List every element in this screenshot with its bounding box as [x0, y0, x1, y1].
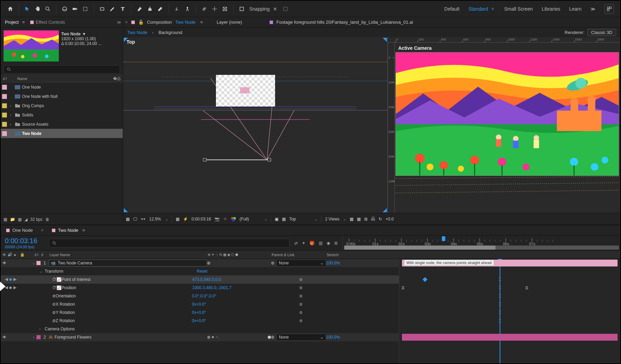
clone-stamp-tool[interactable] [145, 4, 155, 14]
workspace-small-screen[interactable]: Small Screen [504, 6, 533, 12]
orbit-tool[interactable] [60, 4, 69, 14]
transform-group[interactable]: ⌄TransformReset [1, 267, 399, 275]
viewer-active-camera[interactable]: 020040060080010001200140016001800 020040… [388, 37, 620, 213]
camera-tool[interactable] [70, 4, 80, 14]
comp-mini-flowchart-icon[interactable]: ⇄ [294, 241, 298, 246]
viewer-top[interactable]: Top [123, 37, 388, 213]
selection-tool[interactable] [22, 4, 32, 14]
panel-overflow[interactable]: ≫ [117, 20, 121, 25]
breadcrumb-other[interactable]: Background [159, 30, 182, 35]
reset-exposure-icon[interactable]: ↻ [379, 217, 382, 221]
timeline-icon[interactable]: ⊞ [364, 217, 368, 221]
fast-preview-icon-2[interactable]: ▦ [357, 217, 361, 221]
view-layout-dropdown[interactable]: 2 Views ⌄ [325, 217, 346, 221]
brush-tool[interactable] [135, 4, 144, 14]
corner-handle[interactable] [124, 208, 128, 212]
timeline-tab-one-node[interactable]: One Node [4, 226, 35, 234]
renderer-selector[interactable]: Renderer: Classic 3D [565, 29, 616, 36]
panel-collapse-handle[interactable] [0, 282, 6, 291]
shy-icon[interactable]: 🎁 [309, 241, 315, 246]
panel-menu-icon[interactable]: ≡ [22, 20, 25, 25]
fast-preview-icon[interactable]: ⚡ [183, 217, 188, 221]
hand-tool[interactable] [33, 4, 42, 14]
project-item[interactable]: Two Node [1, 129, 123, 138]
project-item[interactable]: One Node [1, 82, 123, 92]
new-folder-icon[interactable]: 📁 [10, 217, 15, 222]
timecode[interactable]: 0:00:03:16 [192, 217, 211, 221]
timeline-ruler[interactable]: 0:00s01s02s03s04s05s06s07s [342, 236, 620, 250]
layer-row[interactable]: 👁⌄1📹Two Node Camera⊕⊚None⌄100.0% [1, 259, 399, 267]
workspace-overflow[interactable]: ≫ [590, 6, 596, 12]
project-item[interactable]: One Node with Null [1, 92, 123, 101]
pen-tool[interactable] [108, 4, 117, 14]
bpc-icon[interactable]: ◢ [24, 217, 28, 222]
camera-options-group[interactable]: ›Camera Options [1, 325, 399, 333]
type-tool[interactable] [118, 4, 128, 14]
local-axis-mode[interactable] [199, 4, 209, 14]
frame-blend-icon[interactable]: ▥ [319, 241, 323, 246]
draft-3d-icon[interactable]: ✦ [302, 241, 305, 246]
project-search[interactable] [3, 65, 120, 73]
timeline-tab-two-node[interactable]: Two Node≡ [50, 226, 87, 234]
workspace-default[interactable]: Default [444, 6, 459, 12]
3d-view-dropdown[interactable]: Top ⌄ [289, 217, 318, 221]
show-snapshot-icon[interactable]: 👁 [223, 217, 227, 221]
timeline-tracks[interactable]: With single node, the camera points stra… [399, 259, 620, 363]
roi-icon[interactable]: ▣ [275, 217, 279, 221]
project-item[interactable]: ›Solids [1, 110, 123, 120]
zoom-tool[interactable] [43, 4, 53, 14]
workspace-standard[interactable]: Standard [468, 6, 488, 12]
new-comp-icon[interactable]: ▦ [18, 217, 22, 222]
roto-brush-tool[interactable] [172, 4, 182, 14]
graph-editor-icon[interactable]: ⊞ [334, 241, 338, 246]
workspace-libraries[interactable]: Libraries [542, 6, 560, 12]
layer-row[interactable]: 👁›2AiForeground Flowers⊕✦⟍⬢⊚None⌄100.0% [1, 333, 399, 341]
pixel-aspect-icon[interactable]: ▦ [350, 217, 353, 221]
motion-blur-icon[interactable]: ◉ [327, 241, 330, 246]
tab-project[interactable]: Project≡ [2, 18, 28, 26]
tag-icon[interactable]: 🏷 [3, 77, 10, 81]
resolution-dropdown[interactable]: (Full) ⌄ [240, 217, 268, 221]
interpret-footage-icon[interactable]: ▦ [3, 217, 7, 222]
snapping-option-2[interactable] [281, 4, 290, 14]
view-axis-mode[interactable] [220, 4, 230, 14]
current-time[interactable]: 0:00:03:16 00088 (24.00 fps) [1, 236, 49, 250]
tab-effect-controls[interactable]: Effect Controls [28, 18, 68, 26]
layer-tab[interactable]: Layer (none) [217, 20, 242, 25]
snapping-checkbox[interactable] [237, 4, 247, 14]
home-button[interactable] [6, 4, 15, 14]
comp-tab-menu[interactable]: ≡ [200, 20, 203, 25]
close-tab-icon[interactable]: × [125, 20, 128, 25]
puppet-pin-tool[interactable] [183, 4, 192, 14]
workspace-learn[interactable]: Learn [569, 6, 581, 12]
pan-behind-tool[interactable] [80, 4, 90, 14]
layer-marker[interactable]: With single node, the camera points stra… [404, 260, 494, 266]
resolution-icon[interactable]: ▦ [176, 217, 179, 221]
workspace-menu-icon[interactable]: ≡ [490, 7, 495, 11]
workspace-settings-icon[interactable] [604, 4, 614, 14]
corner-handle[interactable] [383, 208, 387, 212]
breadcrumb-current[interactable]: Two Node [127, 30, 148, 35]
project-item[interactable]: ›Source Assets [1, 120, 123, 129]
snapshot-icon[interactable]: 📷 [215, 217, 220, 221]
transparency-grid-icon[interactable]: ▦ [282, 217, 286, 221]
comp-tab-name[interactable]: Two Node [175, 20, 196, 25]
lock-icon[interactable]: 🔓 [138, 20, 144, 25]
monitor-icon[interactable]: 🖵 [133, 217, 137, 221]
rectangle-tool[interactable] [97, 4, 107, 14]
eraser-tool[interactable] [155, 4, 165, 14]
trash-icon[interactable]: 🗑 [45, 217, 50, 222]
timeline-search[interactable] [49, 239, 290, 248]
zoom-dropdown[interactable]: 12.5% ⌄ [149, 217, 168, 221]
vr-icon[interactable]: 👓 [141, 217, 146, 221]
flowchart-icon-2[interactable]: 品 [371, 216, 375, 222]
corner-handle[interactable] [383, 38, 387, 42]
magnification-icon[interactable]: ▦ [126, 217, 130, 221]
snapping-option-1[interactable] [270, 4, 280, 14]
world-axis-mode[interactable] [210, 4, 219, 14]
footage-tab[interactable]: Footage foreground hills 20/Fantasy_land… [276, 20, 413, 25]
project-item[interactable]: ›Orig Comps [1, 101, 123, 110]
channel-icon[interactable] [231, 216, 236, 222]
exposure-value[interactable]: +0.0 [385, 217, 394, 221]
flowchart-icon[interactable]: �品 [113, 76, 121, 81]
